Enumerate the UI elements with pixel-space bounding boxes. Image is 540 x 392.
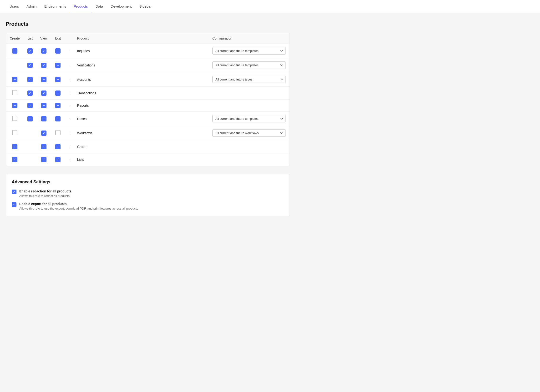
config-cell: All current and future templates bbox=[209, 58, 290, 72]
edit-cell: − bbox=[51, 100, 65, 112]
advanced-checkbox-0[interactable] bbox=[12, 190, 16, 194]
nav-item-products[interactable]: Products bbox=[70, 0, 92, 13]
checkbox-minus[interactable]: − bbox=[27, 116, 33, 121]
product-name: Cases bbox=[73, 112, 209, 126]
product-name: Accounts bbox=[73, 72, 209, 87]
list-cell: ✓ bbox=[24, 72, 36, 87]
checkbox-checked[interactable]: ✓ bbox=[27, 90, 33, 96]
checkbox-checked[interactable]: ✓ bbox=[55, 157, 61, 162]
checkbox-checked[interactable]: ✓ bbox=[12, 157, 17, 162]
checkbox-checked[interactable]: ✓ bbox=[41, 48, 46, 54]
advanced-label-0: Enable redaction for all products. bbox=[19, 189, 72, 193]
expand-chevron[interactable]: › bbox=[65, 112, 73, 126]
table-header-row: Create List View Edit Product Configurat… bbox=[6, 33, 290, 44]
checkbox-minus[interactable]: − bbox=[12, 103, 17, 108]
checkbox-minus[interactable]: − bbox=[12, 77, 17, 82]
config-dropdown[interactable]: All current and future templates bbox=[212, 61, 286, 69]
checkbox-checked[interactable]: ✓ bbox=[41, 131, 46, 136]
col-header-create: Create bbox=[6, 33, 24, 44]
config-dropdown[interactable]: All current and future templates bbox=[212, 47, 286, 55]
expand-chevron[interactable]: › bbox=[65, 126, 73, 140]
col-header-edit: Edit bbox=[51, 33, 65, 44]
edit-cell: − bbox=[51, 58, 65, 72]
view-cell: ✓ bbox=[36, 126, 51, 140]
config-cell: All current and future templates bbox=[209, 112, 290, 126]
view-cell: ✓ bbox=[36, 140, 51, 153]
col-header-list: List bbox=[24, 33, 36, 44]
nav-item-admin[interactable]: Admin bbox=[23, 0, 41, 13]
product-name: Workflows bbox=[73, 126, 209, 140]
nav-item-sidebar[interactable]: Sidebar bbox=[136, 0, 156, 13]
expand-chevron[interactable]: › bbox=[65, 100, 73, 112]
checkbox-empty[interactable] bbox=[12, 130, 17, 135]
list-cell: ✓ bbox=[24, 87, 36, 100]
edit-cell: − bbox=[51, 87, 65, 100]
nav-item-environments[interactable]: Environments bbox=[41, 0, 70, 13]
checkbox-minus[interactable]: − bbox=[41, 116, 46, 121]
config-dropdown[interactable]: All current and future workflows bbox=[212, 129, 286, 137]
view-cell: ✓ bbox=[36, 44, 51, 58]
table-row: − ✓ − − › Accounts All current and futur… bbox=[6, 72, 290, 87]
advanced-text-0: Enable redaction for all products. Allow… bbox=[19, 189, 72, 198]
checkbox-checked[interactable]: ✓ bbox=[41, 63, 46, 68]
config-dropdown[interactable]: All current and future types bbox=[212, 76, 286, 83]
advanced-settings-title: Advanced Settings bbox=[12, 180, 284, 185]
checkbox-minus[interactable]: − bbox=[41, 77, 46, 82]
checkbox-checked[interactable]: ✓ bbox=[41, 157, 46, 162]
list-cell bbox=[24, 153, 36, 166]
checkbox-checked[interactable]: ✓ bbox=[55, 144, 61, 149]
checkbox-empty[interactable] bbox=[55, 130, 61, 135]
product-name: Inquiries bbox=[73, 44, 209, 58]
checkbox-minus[interactable]: − bbox=[55, 103, 61, 108]
create-cell: ✓ bbox=[6, 153, 24, 166]
checkbox-minus[interactable]: − bbox=[41, 103, 46, 108]
checkbox-minus[interactable]: − bbox=[55, 77, 61, 82]
edit-cell: − bbox=[51, 72, 65, 87]
create-cell bbox=[6, 58, 24, 72]
nav-item-data[interactable]: Data bbox=[92, 0, 107, 13]
nav-item-users[interactable]: Users bbox=[6, 0, 23, 13]
products-table: Create List View Edit Product Configurat… bbox=[6, 33, 290, 166]
check-icon bbox=[13, 190, 15, 194]
advanced-description-1: Allows this role to use the export, down… bbox=[19, 207, 138, 210]
expand-chevron[interactable]: › bbox=[65, 72, 73, 87]
top-navigation: Users Admin Environments Products Data D… bbox=[0, 0, 540, 13]
checkbox-checked[interactable]: ✓ bbox=[27, 48, 33, 54]
expand-chevron[interactable]: › bbox=[65, 58, 73, 72]
config-dropdown[interactable]: All current and future templates bbox=[212, 115, 286, 122]
table-row: − ✓ − − › Reports bbox=[6, 100, 290, 112]
expand-chevron[interactable]: › bbox=[65, 44, 73, 58]
create-cell bbox=[6, 126, 24, 140]
col-header-view: View bbox=[36, 33, 51, 44]
col-header-configuration: Configuration bbox=[209, 33, 290, 44]
table-row: ✓ ✓ − › Transactions bbox=[6, 87, 290, 100]
checkbox-checked[interactable]: ✓ bbox=[41, 144, 46, 149]
checkbox-checked[interactable]: ✓ bbox=[27, 103, 33, 108]
table-row: − − − › Cases All current and future tem… bbox=[6, 112, 290, 126]
checkbox-empty[interactable] bbox=[12, 116, 17, 121]
checkbox-minus[interactable]: − bbox=[55, 48, 61, 54]
checkbox-checked[interactable]: ✓ bbox=[41, 90, 46, 96]
advanced-text-1: Enable export for all products. Allows t… bbox=[19, 202, 138, 210]
checkbox-checked[interactable]: ✓ bbox=[12, 144, 17, 149]
nav-item-development[interactable]: Development bbox=[107, 0, 135, 13]
list-cell: ✓ bbox=[24, 100, 36, 112]
advanced-checkbox-1[interactable] bbox=[12, 202, 16, 207]
list-cell: − bbox=[24, 112, 36, 126]
checkbox-minus[interactable]: − bbox=[55, 63, 61, 68]
create-cell bbox=[6, 87, 24, 100]
expand-chevron[interactable]: › bbox=[65, 87, 73, 100]
expand-chevron[interactable]: › bbox=[65, 140, 73, 153]
checkbox-minus[interactable]: − bbox=[55, 90, 61, 96]
checkbox-checked[interactable]: ✓ bbox=[27, 63, 33, 68]
checkbox-checked[interactable]: ✓ bbox=[27, 77, 33, 82]
product-name: Lists bbox=[73, 153, 209, 166]
expand-chevron[interactable]: › bbox=[65, 153, 73, 166]
advanced-item: Enable redaction for all products. Allow… bbox=[12, 189, 284, 198]
edit-cell: ✓ bbox=[51, 140, 65, 153]
checkbox-minus[interactable]: − bbox=[12, 48, 17, 54]
checkbox-minus[interactable]: − bbox=[55, 116, 61, 121]
view-cell: ✓ bbox=[36, 87, 51, 100]
checkbox-empty[interactable] bbox=[12, 90, 17, 95]
edit-cell bbox=[51, 126, 65, 140]
